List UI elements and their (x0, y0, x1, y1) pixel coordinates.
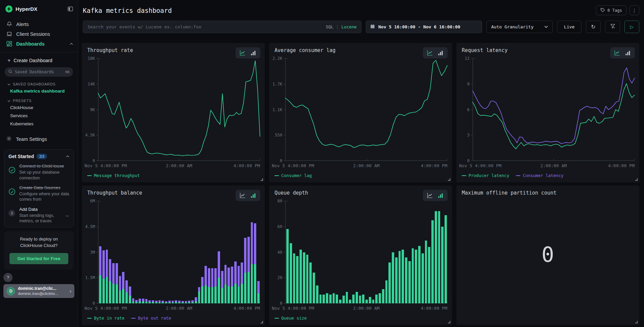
y-tick-label: 1.7K (272, 82, 282, 86)
resize-handle[interactable] (635, 321, 638, 323)
sidebar-item-client-sessions[interactable]: Client Sessions (0, 29, 78, 39)
lucene-mode-toggle[interactable]: Lucene (341, 24, 357, 29)
step-desc: Set up your database connection (19, 170, 69, 181)
line-chart-icon[interactable] (614, 50, 620, 56)
resize-handle[interactable] (261, 321, 263, 323)
sidebar-item-alerts[interactable]: Alerts (0, 19, 78, 29)
run-query-button[interactable]: ▷ (624, 21, 639, 33)
bar (316, 201, 318, 303)
get-started-step[interactable]: Create Data Sources Configure where your… (8, 185, 69, 202)
line-chart-icon[interactable] (427, 50, 433, 56)
bar (191, 201, 194, 303)
chevron-up-icon[interactable] (70, 43, 73, 45)
time-range-picker[interactable]: Nov 5 16:00:00 - Nov 6 16:00:00 (366, 21, 482, 33)
line-chart-icon[interactable] (240, 193, 245, 198)
get-started-step[interactable]: Connect to ClickHouse Set up your databa… (8, 164, 69, 181)
more-menu-button[interactable]: ⋮ (629, 5, 639, 15)
bar-chart-icon[interactable] (625, 50, 631, 56)
bar (306, 201, 309, 303)
bar (231, 201, 233, 303)
step-desc: Start sending logs, metrics, or traces (19, 213, 61, 224)
bar (428, 201, 430, 303)
create-dashboard-button[interactable]: + Create Dashboard (0, 52, 78, 63)
collapse-sidebar-icon[interactable] (68, 6, 73, 11)
legend: Consumer lag (275, 173, 312, 178)
y-axis (98, 201, 98, 303)
panel-max-offline-partition-count: Maximum offline partition count 0 (456, 185, 639, 325)
legend-item[interactable]: Message throughput (87, 173, 140, 178)
section-presets[interactable]: PRESETS (0, 94, 78, 103)
resize-handle[interactable] (261, 178, 263, 181)
bar (286, 201, 289, 303)
resize-handle[interactable] (448, 178, 450, 181)
bar-chart-icon[interactable] (438, 193, 444, 198)
panel-average-consumer-lag: Average consumer lag 05501.1K1.7K2.2KNov… (269, 43, 452, 182)
legend-item[interactable]: Queue size (275, 316, 307, 321)
live-button[interactable]: Live (557, 21, 581, 33)
legend-dash (87, 318, 92, 319)
legend-label: Producer latency (469, 173, 509, 178)
get-started-step[interactable]: 3 Add Data Start sending logs, metrics, … (8, 207, 69, 224)
chart-view-toggle (236, 190, 260, 201)
sidebar-item-services[interactable]: Services (0, 111, 78, 119)
legend-item[interactable]: Consumer latency (516, 173, 563, 178)
bar (214, 201, 217, 303)
resize-handle[interactable] (635, 178, 638, 181)
bar (198, 201, 200, 303)
bar-chart-icon[interactable] (251, 193, 256, 198)
y-tick-label: 0 (467, 158, 470, 163)
sidebar-item-kubernetes[interactable]: Kubernetes (0, 119, 78, 127)
bar (221, 201, 223, 303)
search-placeholder: Search your events w/ Lucene ex. column:… (88, 24, 201, 29)
legend-item[interactable]: Producer latency (462, 173, 509, 178)
line-series (473, 68, 635, 144)
sidebar-item-dashboards[interactable]: Dashboards (0, 39, 78, 49)
bar (408, 201, 411, 303)
plus-icon: + (7, 58, 10, 63)
bar (145, 201, 148, 303)
bar (175, 201, 177, 303)
bar-chart-icon[interactable] (438, 50, 444, 56)
tags-label: 0 Tags (607, 8, 622, 13)
sidebar-item-clickhouse[interactable]: ClickHouse (0, 103, 78, 111)
y-tick-label: 550 (275, 133, 282, 137)
bar (431, 201, 434, 303)
bar (122, 201, 124, 303)
hyperdx-logo-icon (5, 5, 13, 12)
saved-dashboards-search[interactable]: Saved Dashboards ⌘K (5, 67, 73, 77)
bar (257, 201, 260, 303)
sidebar-item-kafka-metrics-dashboard[interactable]: Kafka metrics dashboard (0, 86, 78, 94)
sidebar-item-team-settings[interactable]: Team Settings (0, 127, 78, 143)
event-search-input[interactable]: Search your events w/ Lucene ex. column:… (83, 21, 361, 33)
x-tick-label: Nov 5 4:00:00 PM (85, 306, 127, 311)
section-saved-dashboards[interactable]: SAVED DASHBOARDS (0, 77, 78, 86)
y-tick-label: 40 (278, 250, 282, 255)
resize-handle[interactable] (448, 321, 450, 323)
refresh-button[interactable]: ↻ (586, 21, 601, 33)
sql-mode-toggle[interactable]: SQL (326, 24, 334, 29)
mode-divider: | (336, 24, 339, 29)
calendar-icon (370, 24, 375, 30)
granularity-select[interactable]: Auto Granularity (486, 21, 553, 33)
check-circle-icon (8, 164, 16, 181)
x-axis-labels: Nov 5 4:00:00 PM2:00:00 AM4:00:00 PM (98, 163, 260, 169)
bar (172, 201, 174, 303)
legend-item[interactable]: Byte in rate (87, 316, 124, 321)
user-menu[interactable]: D dominic.tran@clic... dominic.tran@clic… (3, 284, 74, 298)
panel-title: Throughput balance (87, 190, 142, 196)
line-series (473, 83, 635, 149)
legend: Producer latencyConsumer latency (462, 173, 564, 178)
line-chart-icon[interactable] (427, 193, 433, 198)
bar-chart-icon[interactable] (251, 50, 256, 56)
line-chart-icon[interactable] (240, 50, 245, 56)
bar (218, 201, 220, 303)
filter-button[interactable] (605, 21, 620, 33)
legend-item[interactable]: Consumer lag (275, 173, 312, 178)
help-button[interactable]: ? (3, 273, 13, 282)
get-started-free-button[interactable]: Get Started for Free (9, 253, 68, 264)
chevron-up-icon[interactable] (66, 155, 69, 157)
y-tick-label: 9K (90, 107, 95, 112)
legend-item[interactable]: Byte out rate (131, 316, 171, 321)
tags-button[interactable]: 0 Tags (596, 5, 626, 15)
search-icon (8, 69, 13, 75)
